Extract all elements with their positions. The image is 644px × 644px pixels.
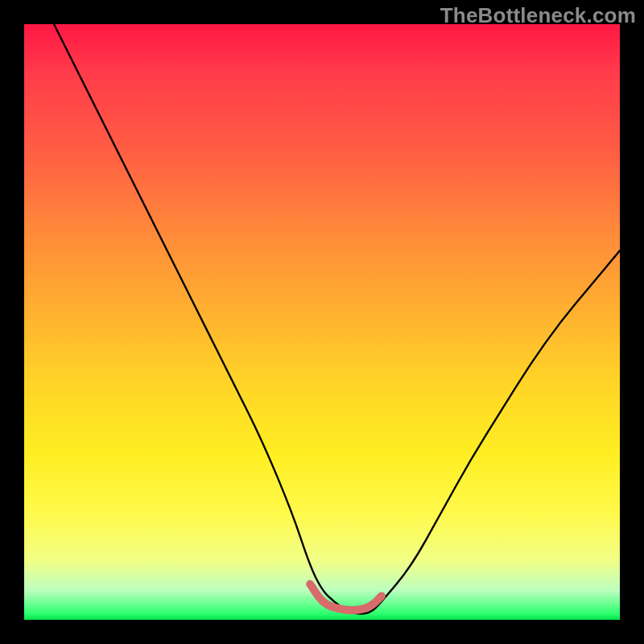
chart-frame: TheBottleneck.com <box>0 0 644 644</box>
chart-svg <box>24 24 620 620</box>
watermark-text: TheBottleneck.com <box>440 3 636 28</box>
bottleneck-curve <box>54 24 620 614</box>
